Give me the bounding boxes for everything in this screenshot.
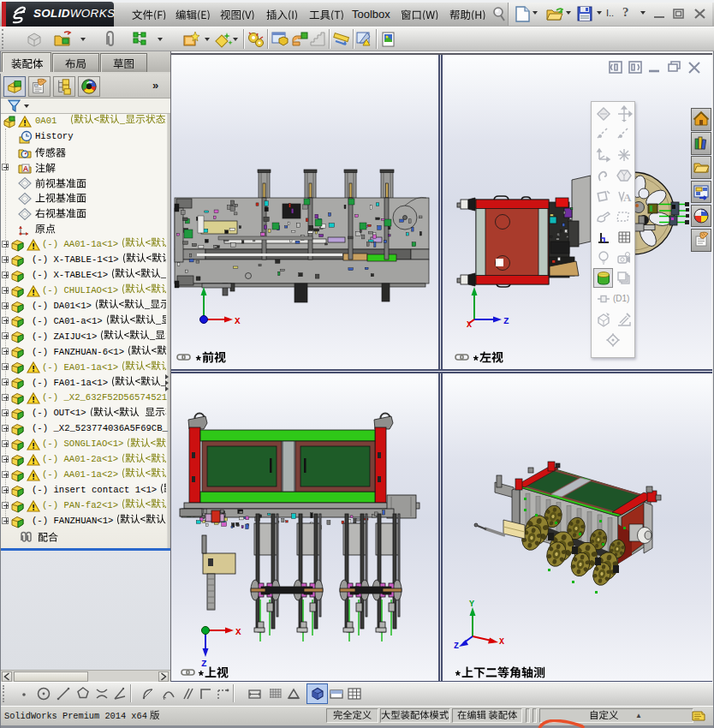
svg-text:Z: Z bbox=[503, 316, 509, 326]
svg-text:X: X bbox=[235, 316, 241, 326]
svg-text:A: A bbox=[623, 191, 632, 204]
svg-text:X: X bbox=[235, 627, 241, 637]
svg-text:A: A bbox=[23, 164, 29, 173]
svg-text:Z: Z bbox=[201, 659, 207, 669]
svg-text:X: X bbox=[467, 320, 472, 330]
